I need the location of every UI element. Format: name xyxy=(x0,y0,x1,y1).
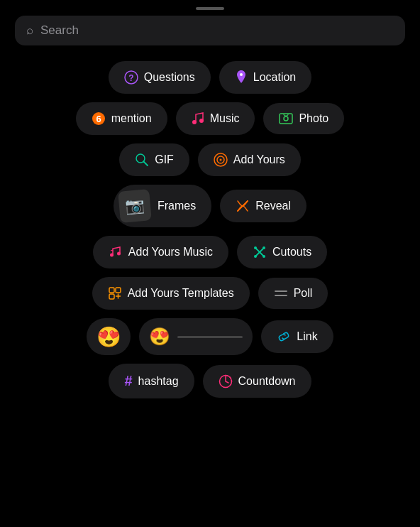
sticker-row-6: Add Yours Templates Poll xyxy=(92,277,328,310)
addyours-icon xyxy=(214,153,228,167)
questions-button[interactable]: ? Questions xyxy=(109,61,211,94)
addyourstemplates-button[interactable]: Add Yours Templates xyxy=(92,277,250,310)
emoji-slider-sticker[interactable]: 😍 xyxy=(139,318,253,355)
search-bar[interactable]: ⌕ Search xyxy=(15,16,405,45)
photo-button[interactable]: Photo xyxy=(263,103,344,134)
photo-label: Photo xyxy=(299,112,328,125)
mention-button[interactable]: 6 mention xyxy=(76,102,167,135)
location-icon xyxy=(235,70,248,85)
svg-rect-22 xyxy=(109,294,114,299)
questions-icon: ? xyxy=(124,70,138,85)
emoji1-sticker[interactable]: 😍 xyxy=(87,318,131,355)
cutouts-icon xyxy=(253,245,267,259)
gif-button[interactable]: GIF xyxy=(119,143,189,176)
svg-rect-21 xyxy=(116,288,121,293)
hashtag-button[interactable]: # hashtag xyxy=(109,364,194,398)
sticker-row-7: 😍 😍 Link xyxy=(87,318,333,355)
countdown-label: Countdown xyxy=(238,375,296,388)
svg-rect-7 xyxy=(280,114,292,124)
svg-point-2 xyxy=(240,73,243,76)
svg-point-8 xyxy=(284,116,288,121)
cutouts-label: Cutouts xyxy=(272,246,311,259)
link-button[interactable]: Link xyxy=(261,320,333,353)
search-placeholder: Search xyxy=(40,23,79,38)
cutouts-button[interactable]: Cutouts xyxy=(237,236,327,268)
svg-point-14 xyxy=(110,254,114,257)
sticker-row-5: Add Yours Music Cutouts xyxy=(93,236,327,268)
hashtag-label: hashtag xyxy=(138,375,179,388)
music-button[interactable]: Music xyxy=(176,102,255,135)
poll-label: Poll xyxy=(294,287,313,300)
addyourstemplates-icon xyxy=(108,286,122,300)
hashtag-icon: # xyxy=(124,373,132,389)
reveal-icon xyxy=(236,199,250,213)
poll-icon xyxy=(274,288,288,298)
svg-point-18 xyxy=(254,255,257,258)
svg-point-17 xyxy=(262,246,265,249)
addyourstemplates-label: Add Yours Templates xyxy=(128,287,234,300)
gif-label: GIF xyxy=(155,153,174,166)
addyoursmusic-icon xyxy=(109,245,123,259)
sticker-row-1: ? Questions Location xyxy=(109,61,312,94)
gif-icon xyxy=(135,153,149,167)
svg-text:6: 6 xyxy=(96,114,101,124)
music-icon xyxy=(192,112,204,126)
svg-point-16 xyxy=(254,246,257,249)
addyoursmusic-label: Add Yours Music xyxy=(128,246,213,259)
stickers-grid: ? Questions Location 6 mentio xyxy=(11,61,409,398)
svg-point-5 xyxy=(192,120,197,124)
svg-line-10 xyxy=(144,162,148,166)
countdown-icon xyxy=(219,374,233,389)
location-button[interactable]: Location xyxy=(219,61,312,94)
frames-label: Frames xyxy=(158,200,196,212)
svg-point-6 xyxy=(199,119,204,123)
addyours-label: Add Yours xyxy=(233,153,285,166)
svg-point-13 xyxy=(219,159,221,161)
frames-button[interactable]: 📷 Frames xyxy=(114,185,211,227)
questions-label: Questions xyxy=(144,71,195,84)
poll-button[interactable]: Poll xyxy=(258,278,328,309)
emoji-slider-emoji: 😍 xyxy=(149,327,170,347)
location-label: Location xyxy=(253,71,297,84)
sticker-row-2: 6 mention Music xyxy=(76,102,345,135)
svg-point-15 xyxy=(117,252,121,256)
addyoursmusic-button[interactable]: Add Yours Music xyxy=(93,236,228,268)
sticker-row-3: GIF Add Yours xyxy=(119,143,301,176)
svg-text:?: ? xyxy=(128,73,133,83)
sticker-row-8: # hashtag Countdown xyxy=(109,364,311,398)
link-label: Link xyxy=(297,330,317,343)
svg-point-19 xyxy=(262,255,265,258)
slider-bar xyxy=(177,336,243,338)
photo-icon xyxy=(279,112,293,125)
drag-handle xyxy=(196,7,224,10)
music-label: Music xyxy=(210,112,240,125)
svg-rect-20 xyxy=(109,288,114,293)
frames-thumbnail: 📷 xyxy=(118,189,152,223)
reveal-button[interactable]: Reveal xyxy=(220,190,306,222)
search-icon: ⌕ xyxy=(26,23,33,38)
link-icon xyxy=(277,330,291,344)
reveal-label: Reveal xyxy=(255,200,291,212)
addyours-button[interactable]: Add Yours xyxy=(198,143,301,176)
mention-label: mention xyxy=(111,112,152,125)
mention-icon: 6 xyxy=(92,112,106,126)
sticker-row-4: 📷 Frames Reveal xyxy=(114,185,306,227)
countdown-button[interactable]: Countdown xyxy=(203,365,311,398)
